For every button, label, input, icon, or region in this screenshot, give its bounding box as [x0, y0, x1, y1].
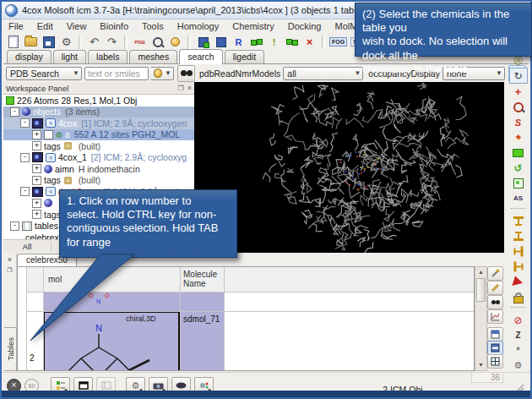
select-object-button[interactable] [195, 35, 211, 50]
menu-homology[interactable]: Homology [171, 20, 226, 32]
run-search-button[interactable] [177, 65, 195, 82]
layout-form-icon [491, 330, 500, 339]
comet-button[interactable] [167, 35, 183, 50]
tree-item-4cox[interactable]: - q 4cox [1] ICM; 2.9Å; cyclooxygen [3, 118, 194, 129]
column-header-molecule-name[interactable]: Molecule Name [183, 270, 224, 288]
settings-button[interactable]: ⚙ [58, 35, 74, 50]
clip-front-button[interactable] [510, 214, 527, 228]
zoom-tool-button[interactable] [510, 100, 527, 114]
tables-side-tab[interactable]: Tables [4, 327, 17, 371]
nmr-models-select[interactable]: all ▼ [283, 67, 363, 80]
spray-button[interactable]: ⚙ [510, 358, 527, 373]
atom-select-mode-button[interactable]: AS [510, 191, 527, 205]
expander-icon[interactable]: - [20, 153, 30, 162]
table-row1-name-cell[interactable] [180, 292, 224, 311]
scrollbar-thumb[interactable] [476, 278, 486, 302]
row-number[interactable]: 2 [30, 353, 35, 363]
expander-icon[interactable]: + [32, 210, 41, 219]
table-tools-button[interactable] [487, 266, 503, 281]
table-layout-form-button[interactable] [487, 327, 503, 342]
search-mode-select[interactable]: PDB Search ▼ [6, 67, 82, 80]
float-panel-icon[interactable]: ❐ [178, 85, 184, 92]
scroll-down-icon[interactable]: ▼ [475, 360, 486, 369]
star-edit-button[interactable]: * [510, 343, 527, 358]
close-panel-icon[interactable]: × [187, 84, 192, 92]
float-table-panel-icon[interactable]: ❐ [5, 265, 14, 275]
no-spin-button[interactable]: ⊘ [510, 313, 527, 327]
expander-icon[interactable]: + [32, 199, 41, 208]
spherical-select-button[interactable] [284, 35, 300, 50]
tab-labels[interactable]: labels [88, 50, 128, 63]
pdb-search-button[interactable] [149, 35, 166, 50]
tab-display[interactable]: display [7, 50, 52, 63]
table-edit-button[interactable] [487, 281, 503, 295]
tree-item-4cox-1[interactable]: - q 4cox_1 [2] ICM; 2.9Å; cyclooxyg [3, 152, 194, 164]
depth-fan-button[interactable] [510, 275, 527, 289]
menu-tools[interactable]: Tools [135, 20, 171, 32]
clear-selection-button[interactable]: × [301, 35, 318, 50]
clip-range-button[interactable] [510, 260, 527, 274]
residue-select-button[interactable]: R [231, 35, 247, 50]
tab-search[interactable]: search [179, 49, 223, 64]
close-table-panel-icon[interactable]: × [5, 254, 14, 264]
new-file-button[interactable] [5, 35, 21, 50]
open-file-button[interactable] [23, 35, 39, 50]
translate-tool-button[interactable]: + [510, 85, 527, 99]
menu-view[interactable]: View [60, 20, 94, 32]
scroll-up-icon[interactable]: ▲ [475, 267, 486, 276]
display-checkbox[interactable] [44, 130, 53, 139]
filter-all-button[interactable]: All [3, 242, 52, 251]
expander-icon[interactable]: + [32, 130, 41, 139]
alt-select-button[interactable]: ! [266, 35, 282, 50]
tab-light[interactable]: light [53, 50, 86, 63]
grid-line [224, 267, 225, 370]
tab-meshes[interactable]: meshes [129, 50, 177, 63]
toolbar-separator [322, 36, 325, 49]
workspace-summary-row[interactable]: 226 Atoms 28 Res,1 Mol,1 Obj [3, 95, 194, 107]
table-layout-grid-button[interactable] [487, 341, 503, 355]
expander-icon[interactable]: - [20, 118, 30, 128]
lock-view-button[interactable] [510, 290, 527, 304]
lasso-select-button[interactable]: ↺ [510, 161, 527, 175]
undo-button[interactable]: ↶ [86, 35, 102, 50]
select-all-button[interactable] [213, 35, 229, 50]
menu-chemistry[interactable]: Chemistry [225, 20, 281, 32]
table-search-button[interactable] [487, 295, 503, 309]
menu-file[interactable]: File [2, 20, 30, 32]
table-chart-button[interactable] [487, 309, 503, 324]
tab-ligedit[interactable]: ligedit [225, 50, 264, 63]
redo-button[interactable]: ↷ [104, 35, 120, 50]
clip-slab-button[interactable] [510, 244, 527, 259]
menu-bioinfo[interactable]: Bioinfo [93, 20, 135, 32]
rect-select-button[interactable] [510, 145, 527, 160]
menu-edit[interactable]: Edit [30, 20, 60, 32]
search-input[interactable] [84, 67, 149, 80]
expander-icon[interactable]: - [10, 221, 19, 231]
tree-item-tags-2[interactable]: + tags (built) [3, 175, 194, 187]
torsion-tool-button[interactable]: ✦ [510, 130, 527, 145]
z-rotate-tool-button[interactable]: S [510, 115, 527, 129]
fog-toggle-button[interactable]: FOG [329, 37, 347, 46]
sphere-select-button[interactable] [510, 176, 527, 190]
tree-item-tags-1[interactable]: + tags (built) [3, 140, 194, 152]
workspace-title: Workspace Panel [6, 84, 178, 93]
expander-icon[interactable]: - [10, 107, 19, 117]
z-order-button[interactable]: Z [510, 328, 527, 342]
table-scrollbar[interactable]: ▲ ▼ [475, 266, 487, 371]
pdb-fetch-icon: PDB [134, 40, 145, 45]
pdb-fetch-button[interactable]: PDB [132, 35, 148, 50]
expander-icon[interactable]: + [32, 176, 41, 185]
tree-item-aimn[interactable]: + aimn H indomethacin [3, 163, 194, 175]
save-button[interactable] [41, 35, 57, 50]
expander-icon[interactable]: - [20, 187, 30, 196]
expander-icon[interactable]: + [32, 164, 41, 173]
table-split-view-button[interactable] [487, 354, 503, 369]
tree-item-objects[interactable]: - objects (3 items) [3, 107, 194, 118]
graphics-3d-view[interactable] [194, 82, 504, 253]
clip-back-button[interactable] [510, 229, 527, 243]
tree-item-chain-a[interactable]: + ◍ a 552 A 12 sites PGH2_MOL [3, 129, 194, 141]
expander-icon[interactable]: + [32, 141, 41, 150]
neighbors-button[interactable] [248, 35, 264, 50]
search-history-select[interactable]: ▼ [150, 67, 174, 80]
menu-docking[interactable]: Docking [281, 20, 328, 32]
